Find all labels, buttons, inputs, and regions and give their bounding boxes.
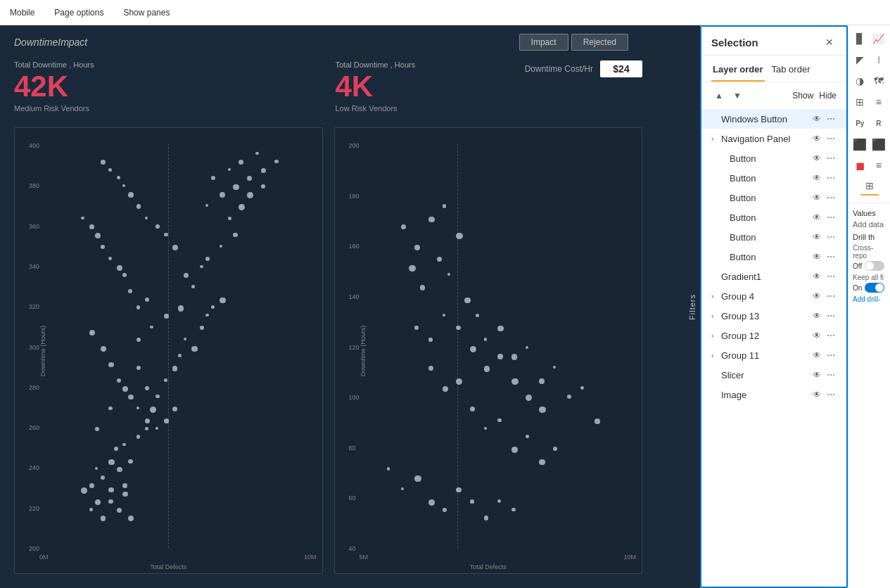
close-button[interactable]: ✕	[822, 35, 837, 49]
hide-button[interactable]: Hide	[819, 91, 837, 101]
toolbar-show-panes[interactable]: Show panes	[119, 6, 174, 19]
more-icon[interactable]: ⋯	[825, 251, 837, 262]
visibility-icon[interactable]: 👁	[811, 271, 822, 282]
list-item[interactable]: Button👁⋯	[701, 227, 846, 247]
y-axis-label: 260	[29, 424, 39, 431]
viz-icon-matrix[interactable]: ≡	[870, 93, 888, 111]
more-icon[interactable]: ⋯	[825, 212, 837, 223]
viz-icon-filter[interactable]: ≡	[870, 156, 888, 174]
list-item[interactable]: Button👁⋯	[701, 188, 846, 207]
viz-icon-py[interactable]: Py	[851, 114, 869, 132]
expand-icon[interactable]: ›	[711, 352, 721, 359]
list-item[interactable]: ›Group 11👁⋯	[701, 345, 846, 365]
viz-add-data[interactable]: Add data	[853, 220, 886, 229]
more-icon[interactable]: ⋯	[825, 369, 837, 381]
more-icon[interactable]: ⋯	[825, 290, 837, 302]
visibility-icon[interactable]: 👁	[811, 153, 822, 164]
more-icon[interactable]: ⋯	[825, 113, 837, 124]
visibility-icon[interactable]: 👁	[811, 133, 822, 144]
more-icon[interactable]: ⋯	[825, 389, 837, 400]
viz-crossrep: Cross-repo	[853, 244, 886, 260]
toolbar-page-options[interactable]: Page options	[50, 6, 108, 19]
visibility-icon[interactable]: 👁	[811, 330, 822, 341]
tab-rejected[interactable]: Rejected	[571, 34, 628, 51]
list-item[interactable]: Gradient1👁⋯	[701, 267, 846, 286]
viz-icon-bar[interactable]: ▊	[851, 30, 869, 48]
more-icon[interactable]: ⋯	[825, 310, 837, 321]
viz-icon-custom2[interactable]: ⬛	[870, 135, 888, 153]
viz-icon-pie[interactable]: ◑	[851, 72, 869, 90]
list-item-label: Button	[730, 232, 811, 243]
visibility-icon[interactable]: 👁	[811, 251, 822, 262]
y-axis-label: 240	[29, 464, 39, 471]
list-item[interactable]: ›Group 12👁⋯	[701, 326, 846, 345]
viz-icon-area[interactable]: ◤	[851, 51, 869, 69]
viz-keep-all: Keep all fi	[853, 274, 886, 281]
visibility-icon[interactable]: 👁	[811, 310, 822, 321]
more-icon[interactable]: ⋯	[825, 231, 837, 243]
visibility-icon[interactable]: 👁	[811, 192, 822, 203]
visibility-icon[interactable]: 👁	[811, 350, 822, 361]
list-item-label: Group 12	[721, 331, 811, 341]
viz-icon-table[interactable]: ⊞	[851, 93, 869, 111]
list-item[interactable]: ›Group 4👁⋯	[701, 286, 846, 306]
sort-up-button[interactable]: ▲	[711, 88, 727, 103]
toggle-off[interactable]	[865, 261, 884, 271]
scatter-dot	[255, 152, 259, 155]
visibility-icon[interactable]: 👁	[811, 172, 822, 184]
list-item[interactable]: Button👁⋯	[701, 247, 846, 267]
metric-value-1: 4K	[336, 72, 643, 101]
toolbar-mobile[interactable]: Mobile	[6, 6, 39, 19]
scatter-dot	[511, 378, 519, 385]
list-item[interactable]: ›Navigation Panel👁⋯	[701, 129, 846, 148]
y-axis-label: 40	[349, 545, 360, 552]
expand-icon[interactable]: ›	[711, 293, 721, 300]
scatter-dot	[114, 447, 118, 451]
list-item-label: Button	[730, 193, 811, 203]
show-button[interactable]: Show	[792, 91, 813, 101]
visibility-icon[interactable]: 👁	[811, 212, 822, 223]
more-icon[interactable]: ⋯	[825, 330, 837, 341]
tab-tab-order[interactable]: Tab order	[770, 61, 812, 82]
viz-icon-active[interactable]: ⊞	[860, 177, 879, 196]
y-axis-label: 120	[349, 344, 360, 351]
viz-icon-map[interactable]: 🗺	[870, 72, 888, 90]
expand-icon[interactable]: ›	[711, 135, 721, 143]
expand-icon[interactable]: ›	[711, 312, 721, 320]
viz-icon-custom1[interactable]: ⬛	[851, 135, 869, 153]
more-icon[interactable]: ⋯	[825, 153, 837, 164]
viz-values-label: Values	[853, 209, 886, 217]
visibility-icon[interactable]: 👁	[811, 113, 822, 124]
toggle-on[interactable]	[865, 283, 884, 293]
list-item[interactable]: Slicer👁⋯	[701, 365, 846, 385]
tab-impact[interactable]: Impact	[519, 34, 568, 51]
visibility-icon[interactable]: 👁	[811, 389, 822, 400]
list-item[interactable]: Image👁⋯	[701, 385, 846, 404]
viz-icon-scatter[interactable]: ⁞	[870, 51, 888, 69]
scatter-dot	[437, 257, 442, 262]
list-item[interactable]: Button👁⋯	[701, 148, 846, 168]
viz-icon-r[interactable]: R	[870, 114, 888, 132]
viz-icon-line[interactable]: 📈	[870, 30, 888, 48]
expand-icon[interactable]: ›	[711, 332, 721, 340]
visibility-icon[interactable]: 👁	[811, 231, 822, 243]
scatter-dot	[414, 245, 420, 250]
list-item[interactable]: Button👁⋯	[701, 207, 846, 227]
add-drill-button[interactable]: Add drill-	[853, 295, 886, 303]
viz-icon-custom3[interactable]: ◼	[851, 156, 869, 174]
y-axis-label: 380	[29, 182, 39, 189]
more-icon[interactable]: ⋯	[825, 133, 837, 144]
list-item[interactable]: Button👁⋯	[701, 168, 846, 188]
visibility-icon[interactable]: 👁	[811, 290, 822, 302]
more-icon[interactable]: ⋯	[825, 172, 837, 184]
visibility-icon[interactable]: 👁	[811, 369, 822, 381]
more-icon[interactable]: ⋯	[825, 271, 837, 282]
more-icon[interactable]: ⋯	[825, 350, 837, 361]
sort-down-button[interactable]: ▼	[730, 88, 745, 103]
filters-strip[interactable]: Filters	[685, 25, 700, 588]
list-item[interactable]: Windows Button👁⋯	[701, 109, 846, 129]
list-item[interactable]: ›Group 13👁⋯	[701, 306, 846, 326]
more-icon[interactable]: ⋯	[825, 192, 837, 203]
tab-layer-order[interactable]: Layer order	[711, 61, 765, 82]
y-axis-label: 280	[29, 384, 39, 391]
